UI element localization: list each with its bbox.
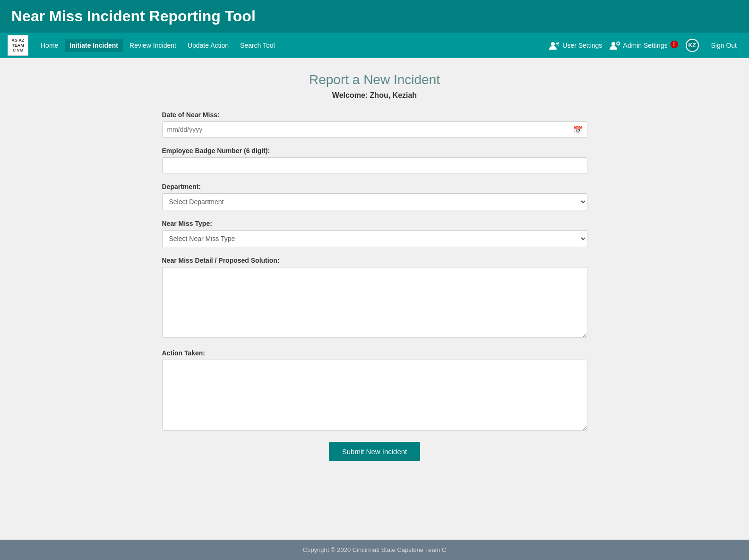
navbar: AS KZ TEAM C VM Home Initiate Incident R… bbox=[0, 33, 749, 58]
near-miss-type-select[interactable]: Select Near Miss Type bbox=[162, 230, 587, 247]
department-group: Department: Select Department bbox=[162, 183, 587, 210]
badge-input[interactable] bbox=[162, 157, 587, 173]
admin-settings-button[interactable]: Admin Settings 0 bbox=[610, 41, 678, 50]
near-miss-type-label: Near Miss Type: bbox=[162, 220, 587, 227]
user-avatar: KZ bbox=[686, 39, 699, 52]
svg-point-0 bbox=[551, 42, 555, 46]
footer: Copyright © 2020 Cincinnati State Capsto… bbox=[0, 540, 749, 560]
nav-review-incident[interactable]: Review Incident bbox=[125, 39, 181, 52]
date-label: Date of Near Miss: bbox=[162, 111, 587, 119]
submit-button[interactable]: Submit New Incident bbox=[329, 442, 421, 461]
user-settings-button[interactable]: User Settings bbox=[549, 41, 602, 50]
app-header: Near Miss Incident Reporting Tool bbox=[0, 0, 749, 33]
svg-point-4 bbox=[617, 42, 620, 45]
user-settings-icon bbox=[549, 41, 560, 50]
action-textarea[interactable] bbox=[162, 360, 587, 431]
main-content: Report a New Incident Welcome: Zhou, Kez… bbox=[0, 58, 749, 540]
nav-links: Home Initiate Incident Review Incident U… bbox=[36, 39, 549, 52]
detail-group: Near Miss Detail / Proposed Solution: bbox=[162, 257, 587, 340]
nav-search-tool[interactable]: Search Tool bbox=[235, 39, 280, 52]
calendar-icon: 📅 bbox=[573, 125, 583, 134]
logo: AS KZ TEAM C VM bbox=[8, 35, 28, 56]
department-select[interactable]: Select Department bbox=[162, 193, 587, 210]
welcome-text: Welcome: Zhou, Keziah bbox=[332, 91, 417, 100]
near-miss-type-group: Near Miss Type: Select Near Miss Type bbox=[162, 220, 587, 247]
admin-settings-label: Admin Settings bbox=[623, 42, 667, 49]
date-input[interactable] bbox=[162, 121, 587, 138]
action-label: Action Taken: bbox=[162, 349, 587, 357]
navbar-right: User Settings Admin Settings 0 KZ Sign O… bbox=[549, 39, 741, 52]
detail-label: Near Miss Detail / Proposed Solution: bbox=[162, 257, 587, 264]
badge-group: Employee Badge Number (6 digit): bbox=[162, 147, 587, 173]
admin-badge: 0 bbox=[671, 41, 678, 48]
user-settings-label: User Settings bbox=[562, 42, 602, 49]
detail-textarea[interactable] bbox=[162, 267, 587, 338]
date-group: Date of Near Miss: 📅 bbox=[162, 111, 587, 138]
nav-initiate-incident[interactable]: Initiate Incident bbox=[65, 39, 123, 52]
footer-text: Copyright © 2020 Cincinnati State Capsto… bbox=[303, 546, 446, 553]
svg-point-3 bbox=[611, 42, 615, 46]
nav-update-action[interactable]: Update Action bbox=[183, 39, 233, 52]
badge-label: Employee Badge Number (6 digit): bbox=[162, 147, 587, 155]
app-title: Near Miss Incident Reporting Tool bbox=[11, 8, 256, 25]
incident-form: Date of Near Miss: 📅 Employee Badge Numb… bbox=[162, 111, 587, 461]
department-label: Department: bbox=[162, 183, 587, 190]
action-group: Action Taken: bbox=[162, 349, 587, 432]
nav-home[interactable]: Home bbox=[36, 39, 63, 52]
page-title: Report a New Incident bbox=[309, 72, 440, 87]
date-wrapper: 📅 bbox=[162, 121, 587, 138]
admin-settings-icon bbox=[610, 41, 620, 50]
sign-out-button[interactable]: Sign Out bbox=[706, 39, 741, 52]
